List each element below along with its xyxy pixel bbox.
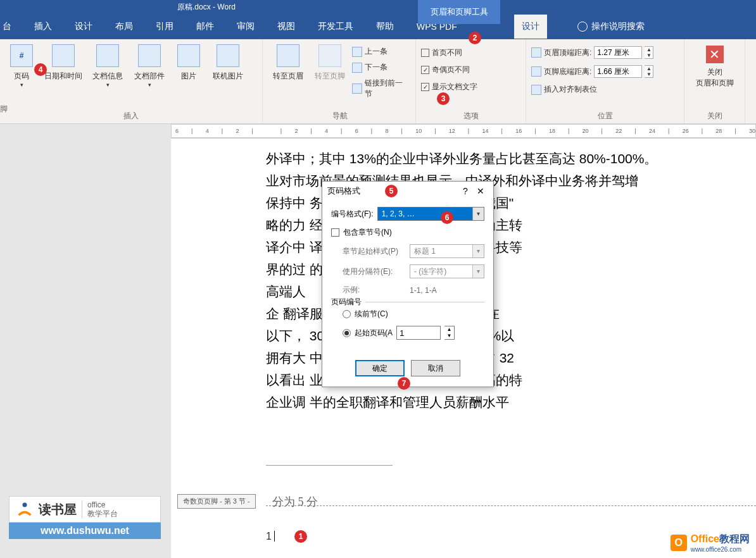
checkbox-icon (421, 66, 429, 74)
goto-header-icon (277, 44, 299, 67)
doc-parts-button[interactable]: 文档部件▾ (130, 42, 168, 111)
page-number-button[interactable]: # 页码▾ (5, 42, 38, 111)
footer-bottom-row: 页脚底端距离: ▲▼ (531, 63, 679, 80)
insert-tab-button[interactable]: 插入对齐制表位 (531, 82, 679, 97)
doc-info-icon (96, 44, 119, 67)
person-reading-icon (16, 500, 34, 518)
watermark-office26: O Office教程网 www.office26.com (671, 533, 750, 553)
example-label: 示例: (343, 285, 406, 295)
watermark-dushuwu: 读书屋 office教学平台 www.dushuwu.net (9, 496, 161, 539)
link-icon (352, 84, 362, 94)
separator-label: 使用分隔符(E): (343, 266, 406, 277)
tab-icon (531, 85, 541, 95)
section-break-line (266, 465, 393, 466)
window-title: 原稿.docx - Word (177, 2, 236, 13)
diff-odd-even-checkbox[interactable]: 奇偶页不同 (421, 63, 520, 77)
header-top-row: 页眉顶端距离: ▲▼ (531, 44, 679, 61)
tab-item[interactable]: 邮件 (194, 21, 217, 32)
help-icon[interactable]: ? (458, 186, 473, 196)
annotation-badge-5: 5 (385, 185, 398, 197)
start-at-radio[interactable] (343, 329, 351, 337)
show-doc-text-checkbox[interactable]: 显示文档文字 (421, 80, 520, 94)
start-at-input[interactable] (396, 326, 441, 340)
tab-item[interactable]: 布局 (113, 21, 135, 32)
date-time-button[interactable]: 日期和时间 (42, 42, 85, 111)
chapter-style-label: 章节起始样式(P) (343, 246, 406, 257)
diff-first-checkbox[interactable]: 首页不同 (421, 46, 520, 60)
group-label-nav: 导航 (269, 111, 410, 123)
link-prev-button[interactable]: 链接到前一节 (352, 76, 410, 101)
watermark-url: www.dushuwu.net (9, 523, 161, 539)
cancel-button[interactable]: 取消 (411, 360, 460, 376)
spinner[interactable]: ▲▼ (444, 326, 455, 340)
annotation-badge-1: 1 (294, 530, 307, 543)
group-label-close: 关闭 (690, 111, 740, 123)
tab-item[interactable]: 设计 (72, 21, 95, 32)
group-label-position: 位置 (531, 111, 679, 123)
online-picture-button[interactable]: 联机图片 (209, 42, 247, 111)
include-chapter-checkbox[interactable] (331, 228, 339, 237)
next-button[interactable]: 下一条 (352, 60, 410, 75)
office-icon: O (671, 535, 687, 551)
page-number-field[interactable]: 1 (266, 531, 275, 542)
spinner[interactable]: ▲▼ (645, 65, 653, 78)
chapter-style-select: 标题 1▾ (410, 244, 484, 258)
annotation-badge-6: 6 (441, 211, 453, 224)
tab-design[interactable]: 设计 (514, 15, 547, 39)
spinner[interactable]: ▲▼ (645, 46, 653, 59)
goto-footer-button: 转至页脚 (311, 42, 349, 111)
prev-icon (352, 47, 362, 57)
title-bar: 原稿.docx - Word (0, 0, 756, 14)
chevron-down-icon: ▾ (472, 208, 484, 220)
tell-me-search[interactable]: 操作说明搜索 (577, 21, 645, 32)
tab-item[interactable]: 引用 (153, 21, 176, 32)
checkbox-icon (421, 49, 429, 57)
close-icon: ✕ (706, 46, 724, 63)
separator-select: - (连字符)▾ (410, 264, 484, 278)
chevron-down-icon: ▾ (472, 245, 484, 257)
ok-button[interactable]: 确定 (355, 360, 405, 376)
continue-label: 续前节(C) (355, 309, 388, 319)
annotation-badge-3: 3 (437, 92, 450, 105)
footer-bottom-input[interactable] (594, 65, 642, 78)
page-number-format-dialog: 页码格式 ? ✕ 编号格式(F): 1, 2, 3, … ▾ 包含章节号(N) … (322, 181, 494, 387)
checkbox-icon (421, 83, 429, 91)
footer-snippet: 分为 5 分 (272, 494, 318, 509)
picture-button[interactable]: 图片 (172, 42, 205, 111)
prev-button[interactable]: 上一条 (352, 44, 410, 59)
number-format-select[interactable]: 1, 2, 3, … ▾ (377, 207, 484, 221)
page-numbering-section: 页码编号 (331, 297, 365, 307)
next-icon (352, 63, 362, 73)
header-top-icon (531, 47, 541, 58)
doc-info-button[interactable]: 文档信息▾ (89, 42, 127, 111)
annotation-badge-7: 7 (398, 377, 410, 390)
number-format-label: 编号格式(F): (331, 209, 374, 220)
tab-item[interactable]: 帮助 (374, 21, 396, 32)
tab-item[interactable]: 开发工具 (315, 21, 356, 32)
goto-footer-icon (318, 44, 341, 67)
include-chapter-label: 包含章节号(N) (343, 227, 392, 238)
doc-parts-icon (138, 44, 161, 67)
annotation-badge-4: 4 (34, 63, 47, 76)
dialog-title-bar[interactable]: 页码格式 ? ✕ (322, 182, 493, 201)
dialog-title: 页码格式 (327, 185, 360, 197)
tab-item[interactable]: 台 (0, 21, 14, 32)
goto-header-button[interactable]: 转至页眉 (269, 42, 307, 111)
annotation-badge-2: 2 (469, 32, 481, 44)
tab-item[interactable]: 视图 (275, 21, 298, 32)
header-top-input[interactable] (594, 46, 642, 59)
tab-item[interactable]: 审阅 (234, 21, 257, 32)
tab-item[interactable]: 插入 (32, 21, 54, 32)
group-label-options: 选项 (421, 111, 520, 123)
group-label-insert: 插入 (5, 111, 257, 123)
close-header-footer-button[interactable]: ✕ 关闭 页眉和页脚 (690, 42, 740, 111)
close-icon[interactable]: ✕ (473, 186, 488, 196)
chevron-down-icon: ▾ (472, 265, 484, 278)
tell-me-label: 操作说明搜索 (591, 21, 645, 32)
bulb-icon (577, 22, 588, 32)
ribbon-tabs: 台 插入 设计 布局 引用 邮件 审阅 视图 开发工具 帮助 WPS PDF 设… (0, 14, 756, 39)
footer-bottom-icon (531, 66, 541, 77)
continue-radio[interactable] (343, 310, 351, 318)
ruler[interactable]: 6|4| 2|| 2|4| 6|8| 10|12| 14|16| 18|20| … (171, 124, 756, 138)
context-tab[interactable]: 页眉和页脚工具 (418, 0, 500, 24)
